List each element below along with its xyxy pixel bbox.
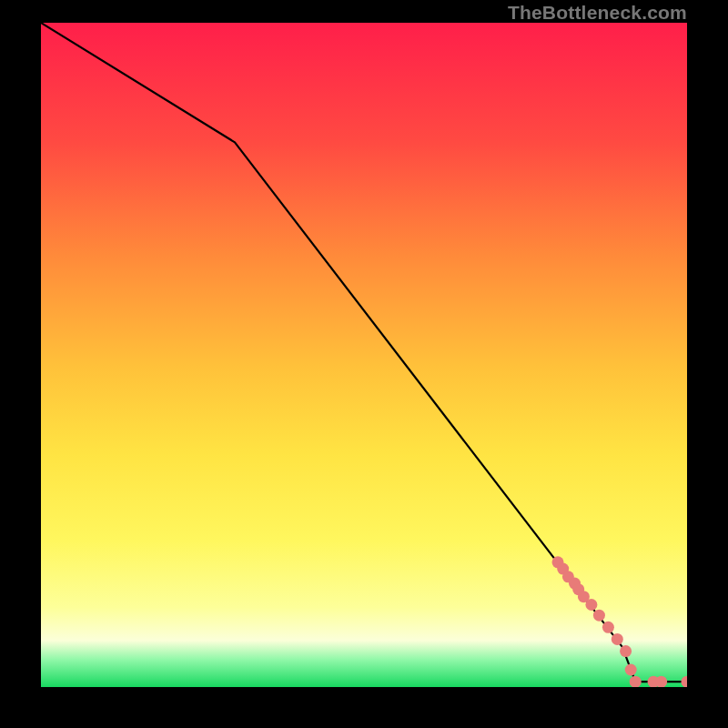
data-point xyxy=(612,633,623,645)
watermark-text: TheBottleneck.com xyxy=(508,2,687,24)
marker-group xyxy=(552,556,688,687)
chart-frame: TheBottleneck.com xyxy=(0,0,728,728)
data-point xyxy=(682,676,688,687)
data-point xyxy=(620,645,632,657)
data-point xyxy=(585,599,597,611)
data-point xyxy=(602,622,614,633)
trend-line xyxy=(41,23,687,682)
chart-svg xyxy=(41,23,687,687)
data-point xyxy=(630,676,642,687)
plot-area xyxy=(41,23,687,687)
data-point xyxy=(625,664,637,676)
data-point xyxy=(593,610,605,622)
